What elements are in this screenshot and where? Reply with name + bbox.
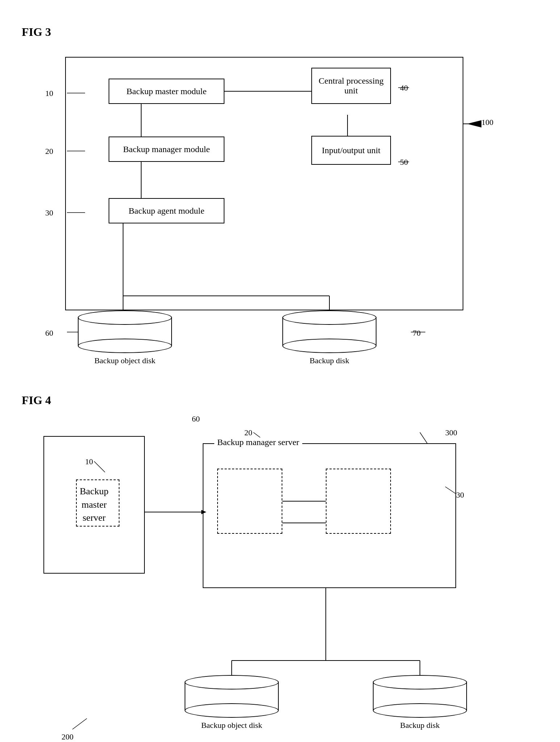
ref-30-fig4: 30 bbox=[456, 490, 464, 500]
ref-60-fig4: 60 bbox=[192, 414, 200, 424]
ref-200-fig4: 200 bbox=[62, 732, 73, 742]
ref-30-fig3: 30 bbox=[45, 208, 53, 218]
backup-manager-box: Backup manager module bbox=[109, 137, 224, 162]
ref-20-fig3: 20 bbox=[45, 147, 53, 156]
disk-top-fig4-left bbox=[185, 675, 279, 689]
backup-disk-label-fig4: Backup disk bbox=[400, 721, 439, 730]
ref-100-fig3: 100 bbox=[481, 118, 493, 127]
ref-10-fig4: 10 bbox=[85, 457, 93, 466]
fig3-diagram: Backup master module Central processing … bbox=[22, 46, 529, 372]
fig4-section: FIG 4 bbox=[22, 394, 538, 742]
backup-master-label: Backup master module bbox=[126, 87, 206, 96]
ref-70-fig3: 70 bbox=[413, 328, 421, 338]
disk-bottom bbox=[78, 339, 172, 353]
ref-60-fig3: 60 bbox=[45, 328, 53, 338]
backup-object-disk-fig3: Backup object disk bbox=[78, 310, 172, 365]
input-output-label: Input/output unit bbox=[322, 146, 380, 155]
ref-40-fig3: 40 bbox=[400, 83, 408, 93]
disk-top-fig4-right bbox=[373, 675, 467, 689]
backup-manager-label: Backup manager module bbox=[123, 144, 210, 154]
backup-object-disk-fig4: Backup object disk bbox=[185, 675, 279, 730]
fig3-section: FIG 3 bbox=[22, 25, 538, 372]
backup-disk-fig3: Backup disk bbox=[282, 310, 376, 365]
fig3-label: FIG 3 bbox=[22, 25, 538, 39]
backup-agent-label: Backup agent module bbox=[129, 206, 204, 216]
input-output-box: Input/output unit bbox=[311, 136, 391, 165]
disk-bottom-right bbox=[282, 339, 376, 353]
disk-top bbox=[78, 310, 172, 325]
central-processing-label: Central processing unit bbox=[312, 76, 390, 96]
svg-marker-4 bbox=[467, 120, 481, 127]
backup-manager-server-title: Backup manager server bbox=[214, 437, 302, 447]
disk-bottom-fig4-right bbox=[373, 703, 467, 718]
backup-disk-label-fig3: Backup disk bbox=[310, 356, 349, 365]
ref-20-fig4: 20 bbox=[244, 428, 252, 437]
ref-300-fig4: 300 bbox=[445, 428, 457, 437]
svg-line-29 bbox=[72, 718, 87, 729]
manager-dashed-right bbox=[326, 469, 391, 534]
backup-agent-box: Backup agent module bbox=[109, 198, 224, 223]
central-processing-box: Central processing unit bbox=[311, 68, 391, 104]
ref-10-fig3: 10 bbox=[45, 89, 53, 98]
ref-50-fig3: 50 bbox=[400, 158, 408, 167]
disk-top-right bbox=[282, 310, 376, 325]
svg-line-27 bbox=[420, 432, 427, 443]
master-dashed-inner bbox=[76, 479, 119, 527]
backup-disk-fig4: Backup disk bbox=[373, 675, 467, 730]
disk-bottom-fig4-left bbox=[185, 703, 279, 718]
manager-dashed-left bbox=[217, 469, 282, 534]
fig4-label: FIG 4 bbox=[22, 394, 538, 407]
backup-object-disk-label-fig3: Backup object disk bbox=[94, 356, 156, 365]
fig4-diagram: Backupmasterserver Backup manager server… bbox=[22, 414, 529, 742]
backup-object-disk-label-fig4: Backup object disk bbox=[201, 721, 262, 730]
backup-master-box: Backup master module bbox=[109, 79, 224, 104]
